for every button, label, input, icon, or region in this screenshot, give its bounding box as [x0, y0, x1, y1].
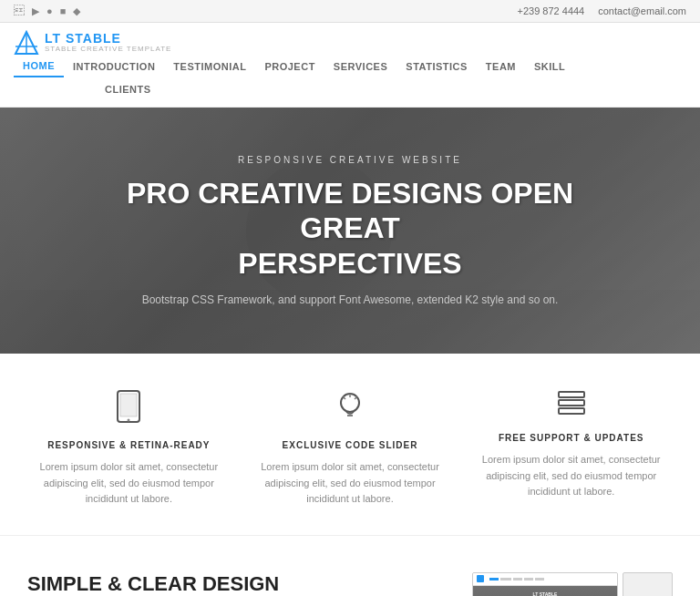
- nav-links: HOME INTRODUCTION TESTIMONIAL PROJECT SE…: [14, 56, 574, 77]
- nav-services[interactable]: SERVICES: [324, 57, 396, 77]
- nav-second-row: CLIENTS: [14, 77, 686, 99]
- mockup-logo-dot: [477, 575, 484, 582]
- hero-description: Bootstrap CSS Framework, and support Fon…: [127, 293, 573, 306]
- nav-team[interactable]: TEAM: [477, 57, 525, 77]
- twitter-icon[interactable]: ▶: [32, 5, 39, 17]
- feature-support-title: FREE SUPPORT & UPDATES: [479, 433, 664, 443]
- layers-icon: [479, 390, 664, 422]
- contact-info: +239 872 4444 contact@email.com: [518, 5, 686, 16]
- gplus-icon[interactable]: ●: [46, 5, 53, 16]
- logo-text: LT STABLE STABLE CREATIVE TEMPLATE: [45, 32, 171, 54]
- social-links[interactable]:  ▶ ● ■ ◆: [14, 5, 80, 17]
- simple-left: SIMPLE & CLEAR DESIGN Lorem ipsum dolor …: [27, 572, 445, 596]
- mockup-hero-text: LT STABLESTABLE CREATIVE TEMPLATEPRO CRE…: [510, 591, 581, 596]
- nav-project[interactable]: PROJECT: [255, 57, 324, 77]
- mockup-side: PRO CREATIVE: [623, 572, 673, 596]
- svg-line-13: [355, 396, 357, 399]
- navbar: LT STABLE STABLE CREATIVE TEMPLATE HOME …: [0, 23, 700, 108]
- logo-icon: [14, 30, 39, 56]
- nav-skill[interactable]: SKILL: [525, 57, 574, 77]
- mockup-hero: LT STABLESTABLE CREATIVE TEMPLATEPRO CRE…: [473, 586, 617, 596]
- features-section: RESPONSIVE & RETINA-READY Lorem ipsum do…: [0, 354, 700, 536]
- feature-slider: EXCLUSIVE CODE SLIDER Lorem ipsum dolor …: [240, 390, 461, 508]
- simple-right: LT STABLESTABLE CREATIVE TEMPLATEPRO CRE…: [472, 572, 673, 596]
- svg-point-8: [128, 419, 130, 422]
- simple-section: SIMPLE & CLEAR DESIGN Lorem ipsum dolor …: [0, 536, 700, 596]
- hero-title: PRO CREATIVE DESIGNS OPENGREATPERSPECTIV…: [127, 176, 573, 281]
- svg-rect-15: [559, 400, 584, 406]
- phone-number: +239 872 4444: [518, 5, 585, 16]
- feature-slider-desc: Lorem ipsum dolor sit amet, consectetur …: [258, 459, 443, 508]
- feature-responsive-title: RESPONSIVE & RETINA-READY: [36, 440, 221, 450]
- feature-responsive-desc: Lorem ipsum dolor sit amet, consectetur …: [36, 459, 221, 508]
- nav-statistics[interactable]: STATISTICS: [396, 57, 477, 77]
- nav-testimonial[interactable]: TESTIMONIAL: [164, 57, 255, 77]
- mockup-top: LT STABLESTABLE CREATIVE TEMPLATEPRO CRE…: [472, 572, 673, 596]
- feature-support: FREE SUPPORT & UPDATES Lorem ipsum dolor…: [460, 390, 682, 508]
- mockup-container: LT STABLESTABLE CREATIVE TEMPLATEPRO CRE…: [472, 572, 673, 596]
- svg-line-12: [343, 396, 345, 399]
- feature-responsive: RESPONSIVE & RETINA-READY Lorem ipsum do…: [18, 390, 240, 508]
- logo[interactable]: LT STABLE STABLE CREATIVE TEMPLATE: [14, 30, 171, 56]
- facebook-icon[interactable]: : [14, 5, 25, 17]
- nav-home[interactable]: HOME: [14, 56, 64, 77]
- svg-rect-16: [559, 408, 584, 414]
- logo-subtitle: STABLE CREATIVE TEMPLATE: [45, 46, 171, 54]
- svg-rect-14: [559, 392, 584, 397]
- svg-rect-7: [120, 394, 137, 416]
- logo-title: LT STABLE: [45, 32, 171, 46]
- simple-title: SIMPLE & CLEAR DESIGN: [27, 572, 445, 596]
- feature-support-desc: Lorem ipsum dolor sit amet, consectetur …: [479, 452, 664, 500]
- mockup-main: LT STABLESTABLE CREATIVE TEMPLATEPRO CRE…: [472, 572, 618, 596]
- email-address: contact@email.com: [598, 5, 686, 16]
- topbar:  ▶ ● ■ ◆ +239 872 4444 contact@email.co…: [0, 0, 700, 23]
- nav-introduction[interactable]: INTRODUCTION: [64, 57, 164, 77]
- feature-slider-title: EXCLUSIVE CODE SLIDER: [258, 440, 443, 450]
- bulb-icon: [258, 390, 443, 429]
- mockup-navbar: [473, 573, 617, 586]
- linkedin-icon[interactable]: ◆: [73, 5, 80, 17]
- pinterest-icon[interactable]: ■: [60, 5, 67, 16]
- hero-section: RESPONSIVE CREATIVE WEBSITE PRO CREATIVE…: [0, 108, 700, 354]
- hero-content: RESPONSIVE CREATIVE WEBSITE PRO CREATIVE…: [90, 155, 610, 306]
- nav-clients[interactable]: CLIENTS: [96, 79, 160, 99]
- tablet-icon: [36, 390, 221, 429]
- mockup-nav-lines: [489, 578, 544, 581]
- hero-subtitle: RESPONSIVE CREATIVE WEBSITE: [127, 155, 573, 165]
